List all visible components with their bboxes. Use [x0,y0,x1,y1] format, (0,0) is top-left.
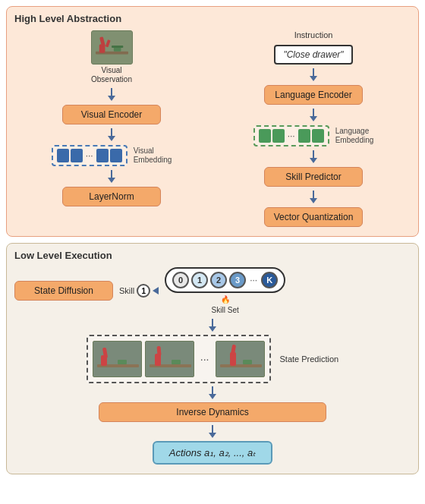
high-level-right-col: Instruction "Close drawer" Language Enco… [216,30,411,227]
visual-encoder-box: Visual Encoder [62,105,161,124]
actions-box: Actions a₁, a₂, ..., aₜ [153,441,272,465]
state-diffusion-col: State Diffusion [14,281,113,301]
svg-rect-16 [172,360,181,364]
skill-0: 0 [172,272,189,288]
svg-rect-21 [243,360,252,364]
skill-number-badge: 1 [137,284,150,298]
embed-dots: ··· [86,150,93,161]
inverse-arrow [209,386,216,399]
visual-obs-container: VisualObservation [91,30,133,84]
instruction-label: Instruction [294,30,333,39]
arrow-to-inverse [14,386,411,399]
skill-2: 2 [210,272,227,288]
actions-row: Actions a₁, a₂, ..., aₜ [14,441,411,465]
skill-1: 1 [191,272,208,288]
skill-set-area: 0 1 2 3 ··· K 🔥 Skill Set [165,267,285,314]
language-encoder-box: Language Encoder [264,85,363,105]
arrow-to-lang-embed [310,109,317,121]
skill-k: K [261,272,278,288]
language-embedding-container: ··· [253,125,329,146]
visual-embedding-label: VisualEmbedding [134,146,172,165]
vector-quantization-box: Vector Quantization [264,207,363,227]
svg-rect-11 [118,360,127,364]
state-img-2 [145,341,194,377]
inverse-dynamics-row: Inverse Dynamics [14,402,411,422]
state-pred-arrow [209,319,216,332]
low-level-row1: State Diffusion Skill 1 0 1 2 3 [14,267,411,314]
high-level-section: High Level Abstraction [6,6,419,237]
arrow-to-visual-embed [108,128,115,141]
skill-text-label: Skill [119,286,134,295]
instruction-box: "Close drawer" [274,45,352,65]
arrow-to-vector-quant [310,191,317,203]
skill-left-arrow [153,287,159,295]
arrow-to-state-pred [14,319,411,332]
high-level-label: High Level Abstraction [14,13,411,24]
svg-rect-17 [216,342,265,377]
embed-block-3 [96,149,109,162]
robot-image [91,30,133,65]
arrow-to-visual-encoder [108,88,115,101]
language-embedding-row: ··· LanguageEmbedding [253,125,374,146]
robot-svg [92,31,132,64]
skill-set: 0 1 2 3 ··· K [165,267,285,293]
skill-label-row: Skill 1 [119,284,159,298]
language-embedding-label: LanguageEmbedding [335,127,374,145]
lang-embed-block-3 [298,129,310,143]
flame-icon: 🔥 [221,295,230,304]
svg-rect-7 [93,342,142,377]
visual-embedding-container: ··· [52,145,128,166]
svg-rect-6 [92,31,132,64]
skill-ellipsis: ··· [248,275,259,285]
state-img-3 [216,341,265,377]
arrow-to-lang-encoder [310,68,317,81]
skill-arrow-area: Skill 1 [119,284,159,298]
actions-arrow [209,425,216,438]
lang-embed-dots: ··· [288,131,295,141]
embed-block-2 [71,149,83,162]
skill-set-label: Skill Set [212,306,239,314]
arrow-to-skill-predictor [310,150,317,163]
skill-predictor-box: Skill Predictor [264,167,363,187]
state-diffusion-box: State Diffusion [14,281,113,301]
high-level-left-col: VisualObservation Visual Encoder [14,30,209,227]
state-img-1 [93,341,142,377]
svg-rect-18 [220,364,262,367]
visual-obs-label: VisualObservation [91,66,132,84]
visual-embedding-row: ··· VisualEmbedding [52,145,172,166]
state-prediction-row: ··· State Prediction [14,335,411,383]
diagram-container: High Level Abstraction [0,0,425,504]
low-level-label: Low Level Execution [14,250,411,261]
state-images-container: ··· [87,335,271,383]
skill-3: 3 [229,272,246,288]
arrow-to-layernorm [108,170,115,183]
arrow-to-actions [14,425,411,438]
lang-embed-block-4 [312,129,324,143]
low-level-section: Low Level Execution State Diffusion Skil… [6,243,419,474]
embed-block-1 [57,149,69,162]
state-prediction-label: State Prediction [280,354,339,364]
inverse-dynamics-box: Inverse Dynamics [99,402,326,422]
lang-embed-block-2 [272,129,285,143]
svg-rect-12 [146,342,194,377]
layernorm-box: LayerNorm [62,187,161,206]
state-dots: ··· [197,353,212,365]
embed-block-4 [110,149,122,162]
lang-embed-block-1 [259,129,271,143]
